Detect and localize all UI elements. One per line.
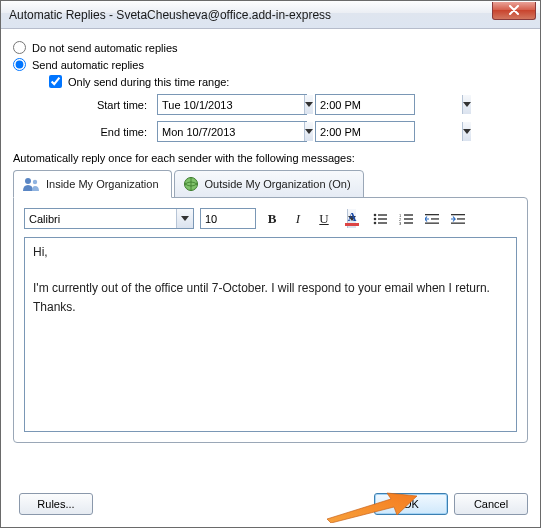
svg-rect-20 bbox=[451, 222, 465, 223]
svg-point-0 bbox=[25, 178, 31, 184]
font-size-field[interactable] bbox=[200, 208, 256, 229]
svg-rect-12 bbox=[404, 218, 413, 219]
font-family-input[interactable] bbox=[25, 209, 176, 228]
end-date-dropdown[interactable] bbox=[304, 122, 313, 141]
end-time-input[interactable] bbox=[316, 122, 462, 141]
svg-rect-18 bbox=[451, 214, 465, 215]
tab-panel: B I U A 1 2 bbox=[13, 197, 528, 443]
start-time-field[interactable] bbox=[315, 94, 415, 115]
message-line: Hi, bbox=[33, 244, 508, 260]
end-date-input[interactable] bbox=[158, 122, 304, 141]
decrease-indent-button[interactable] bbox=[422, 209, 442, 229]
message-line: I'm currently out of the office until 7-… bbox=[33, 280, 508, 296]
font-family-field[interactable] bbox=[24, 208, 194, 229]
close-button[interactable] bbox=[492, 2, 536, 20]
editor-toolbar: B I U A 1 2 bbox=[24, 208, 517, 229]
chevron-down-icon bbox=[305, 102, 313, 108]
radio-send-auto[interactable] bbox=[13, 58, 26, 71]
tab-inside-organization[interactable]: Inside My Organization bbox=[13, 170, 172, 198]
font-color-icon: A bbox=[348, 212, 357, 223]
radio-do-not-send-label: Do not send automatic replies bbox=[32, 42, 178, 54]
close-icon bbox=[508, 5, 520, 15]
end-time-label: End time: bbox=[69, 126, 149, 138]
dialog-window: Automatic Replies - SvetaCheusheva@offic… bbox=[0, 0, 541, 528]
chevron-down-icon bbox=[181, 216, 189, 222]
dialog-content: Do not send automatic replies Send autom… bbox=[1, 29, 540, 455]
radio-do-not-send-row: Do not send automatic replies bbox=[13, 39, 528, 56]
tab-outside-organization[interactable]: Outside My Organization (On) bbox=[174, 170, 364, 198]
decrease-indent-icon bbox=[425, 213, 439, 225]
svg-rect-14 bbox=[404, 222, 413, 223]
bullet-list-button[interactable] bbox=[370, 209, 390, 229]
svg-text:3: 3 bbox=[399, 221, 402, 225]
globe-icon bbox=[183, 176, 199, 192]
tabs: Inside My Organization Outside My Organi… bbox=[13, 170, 528, 198]
svg-point-1 bbox=[33, 180, 37, 184]
start-date-field[interactable] bbox=[157, 94, 307, 115]
svg-rect-16 bbox=[431, 218, 439, 219]
message-line: Thanks. bbox=[33, 299, 508, 315]
window-title: Automatic Replies - SvetaCheusheva@offic… bbox=[9, 8, 492, 22]
svg-point-3 bbox=[374, 213, 377, 216]
svg-rect-8 bbox=[378, 222, 387, 223]
tab-inside-label: Inside My Organization bbox=[46, 178, 159, 190]
svg-rect-10 bbox=[404, 214, 413, 215]
svg-rect-17 bbox=[425, 222, 439, 223]
svg-rect-19 bbox=[457, 218, 465, 219]
font-family-dropdown[interactable] bbox=[176, 209, 193, 228]
checkbox-time-range[interactable] bbox=[49, 75, 62, 88]
titlebar: Automatic Replies - SvetaCheusheva@offic… bbox=[1, 1, 540, 29]
numbered-list-icon: 1 2 3 bbox=[399, 213, 413, 225]
end-time-field[interactable] bbox=[315, 121, 415, 142]
message-editor[interactable]: Hi, I'm currently out of the office unti… bbox=[24, 237, 517, 432]
checkbox-time-range-row: Only send during this time range: bbox=[13, 73, 528, 90]
start-time-dropdown[interactable] bbox=[462, 95, 471, 114]
end-time-dropdown[interactable] bbox=[462, 122, 471, 141]
bullet-list-icon bbox=[373, 213, 387, 225]
rules-button[interactable]: Rules... bbox=[19, 493, 93, 515]
start-time-label: Start time: bbox=[69, 99, 149, 111]
auto-reply-description: Automatically reply once for each sender… bbox=[13, 152, 528, 164]
tab-outside-label: Outside My Organization (On) bbox=[205, 178, 351, 190]
chevron-down-icon bbox=[463, 129, 471, 135]
bold-button[interactable]: B bbox=[262, 209, 282, 229]
start-date-dropdown[interactable] bbox=[304, 95, 313, 114]
people-icon bbox=[22, 176, 40, 192]
start-time-input[interactable] bbox=[316, 95, 462, 114]
svg-point-7 bbox=[374, 221, 377, 224]
svg-rect-6 bbox=[378, 218, 387, 219]
checkbox-time-range-label: Only send during this time range: bbox=[68, 76, 229, 88]
time-range-grid: Start time: End time: bbox=[13, 94, 528, 142]
font-color-button[interactable]: A bbox=[340, 209, 364, 229]
svg-rect-4 bbox=[378, 214, 387, 215]
svg-rect-15 bbox=[425, 214, 439, 215]
chevron-down-icon bbox=[463, 102, 471, 108]
italic-button[interactable]: I bbox=[288, 209, 308, 229]
svg-point-5 bbox=[374, 217, 377, 220]
radio-do-not-send[interactable] bbox=[13, 41, 26, 54]
numbered-list-button[interactable]: 1 2 3 bbox=[396, 209, 416, 229]
end-date-field[interactable] bbox=[157, 121, 307, 142]
start-date-input[interactable] bbox=[158, 95, 304, 114]
cancel-button[interactable]: Cancel bbox=[454, 493, 528, 515]
underline-button[interactable]: U bbox=[314, 209, 334, 229]
radio-send-auto-row: Send automatic replies bbox=[13, 56, 528, 73]
ok-button[interactable]: OK bbox=[374, 493, 448, 515]
radio-send-auto-label: Send automatic replies bbox=[32, 59, 144, 71]
increase-indent-button[interactable] bbox=[448, 209, 468, 229]
increase-indent-icon bbox=[451, 213, 465, 225]
chevron-down-icon bbox=[305, 129, 313, 135]
dialog-footer: Rules... OK Cancel bbox=[13, 493, 528, 515]
